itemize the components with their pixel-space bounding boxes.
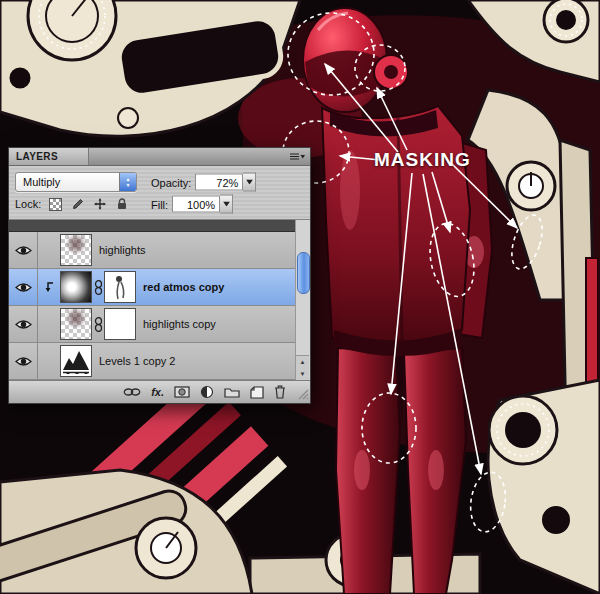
eye-icon [15,356,32,367]
mask-region-ellipses [283,13,548,534]
visibility-toggle[interactable] [9,232,38,268]
panel-bottom-bar: fx. [9,380,310,403]
add-layer-mask-button[interactable] [174,384,190,400]
layer-name[interactable]: red atmos copy [143,281,224,293]
lock-position-button[interactable] [91,196,108,212]
lock-pixels-button[interactable] [69,196,86,212]
scroll-up-arrow[interactable]: ▲ [300,359,306,365]
eye-icon [15,319,32,330]
blend-mode-stepper-icon: ▲▼ [119,173,136,191]
visibility-toggle[interactable] [9,269,38,305]
blend-mode-value: Multiply [16,173,119,191]
layer-row-highlights[interactable]: highlights [9,232,296,269]
panel-resize-grip[interactable] [297,388,309,402]
layers-tab[interactable]: LAYERS [9,148,89,165]
layer-row-levels[interactable]: Levels 1 copy 2 [9,343,296,380]
mask-link-icon [94,317,103,332]
blend-mode-select[interactable]: Multiply ▲▼ [15,172,137,192]
new-layer-icon [250,386,264,399]
layers-panel: LAYERS Multiply ▲▼ Opacity: 72% [8,147,311,404]
layer-style-button[interactable]: fx. [151,384,164,400]
new-adjustment-layer-button[interactable] [200,384,214,400]
opacity-label: Opacity: [151,176,191,188]
fill-input[interactable]: 100% [172,196,220,213]
photoshop-canvas: MASKING LAYERS Multiply ▲▼ Opacity: 72% [0,0,600,594]
delete-layer-button[interactable] [274,384,286,400]
layer-list-scrollbar[interactable]: ▲ ▼ [295,220,310,380]
eye-icon [15,282,32,293]
new-layer-button[interactable] [250,384,264,400]
layer-name[interactable]: highlights copy [143,318,216,330]
levels-icon [61,346,91,376]
lock-label: Lock: [15,198,41,210]
link-layers-button[interactable] [123,384,141,400]
mask-link-icon [94,280,103,295]
layer-row-red-atmos-copy[interactable]: red atmos copy [9,269,296,306]
lock-transparency-button[interactable] [47,196,64,212]
lock-all-button[interactable] [113,196,130,212]
panel-titlebar[interactable]: LAYERS [9,148,310,166]
fill-label: Fill: [151,198,168,210]
masking-label: MASKING [374,149,471,171]
layer-name[interactable]: highlights [99,244,145,256]
adjustment-layer-icon [200,385,214,399]
panel-menu-icon[interactable] [290,151,305,163]
layer-row-partial[interactable] [9,220,296,232]
folder-icon [224,386,240,398]
new-group-button[interactable] [224,384,240,400]
layer-thumbnail[interactable] [60,234,92,266]
adjustment-layer-thumbnail[interactable] [60,345,92,377]
opacity-dropdown-button[interactable] [243,173,256,192]
eye-icon [15,245,32,256]
fx-icon: fx. [151,386,164,398]
scrollbar-thumb[interactable] [297,252,310,294]
layer-mask-thumbnail[interactable] [104,308,136,340]
layer-name[interactable]: Levels 1 copy 2 [99,355,175,367]
layer-mask-thumbnail[interactable] [104,271,136,303]
layer-mask-icon [174,386,190,398]
chain-link-icon [123,387,141,397]
visibility-toggle[interactable] [9,306,38,342]
scroll-down-arrow[interactable]: ▼ [300,371,306,377]
masking-arrows [325,64,517,474]
layer-row-highlights-copy[interactable]: highlights copy [9,306,296,343]
layer-thumbnail[interactable] [60,308,92,340]
fill-dropdown-button[interactable] [220,195,233,214]
trash-icon [274,385,286,399]
panel-controls: Multiply ▲▼ Opacity: 72% Lock: [9,166,310,220]
opacity-input[interactable]: 72% [195,174,243,191]
clipping-mask-arrow-icon [43,281,55,293]
lock-icon [117,198,127,210]
layer-thumbnail[interactable] [60,271,92,303]
brush-icon [72,198,84,210]
move-icon [94,198,106,210]
transparency-icon [49,198,62,211]
visibility-toggle[interactable] [9,343,38,379]
layer-list: highlights red atmos copy [9,220,310,380]
